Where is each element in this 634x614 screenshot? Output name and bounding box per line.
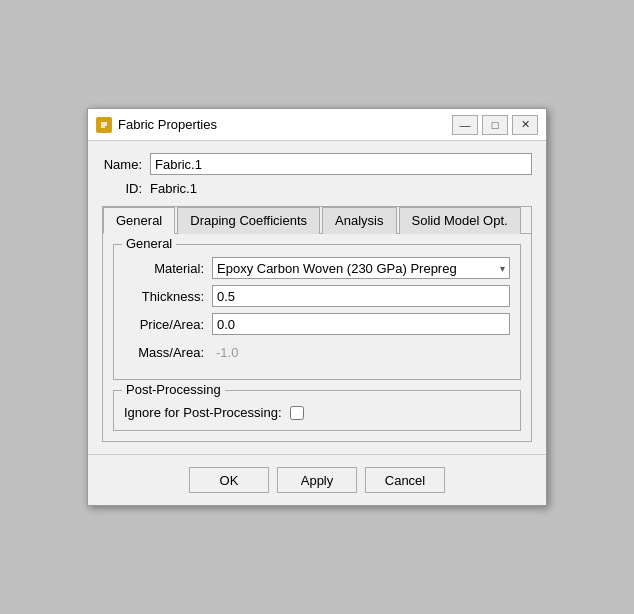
- name-row: Name:: [102, 153, 532, 175]
- tabs-header: General Draping Coefficients Analysis So…: [103, 207, 531, 234]
- window-title: Fabric Properties: [118, 117, 217, 132]
- general-group-title: General: [122, 236, 176, 251]
- tab-draping-coefficients[interactable]: Draping Coefficients: [177, 207, 320, 234]
- button-bar: OK Apply Cancel: [88, 454, 546, 505]
- ignore-post-processing-checkbox[interactable]: [290, 406, 304, 420]
- title-bar: Fabric Properties — □ ✕: [88, 109, 546, 141]
- cancel-button[interactable]: Cancel: [365, 467, 445, 493]
- thickness-row: Thickness:: [124, 285, 510, 307]
- id-value: Fabric.1: [150, 181, 197, 196]
- apply-button[interactable]: Apply: [277, 467, 357, 493]
- tab-solid-model-opt[interactable]: Solid Model Opt.: [399, 207, 521, 234]
- general-group-box: General Material: Epoxy Carbon Woven (23…: [113, 244, 521, 380]
- thickness-label: Thickness:: [124, 289, 204, 304]
- mass-area-row: Mass/Area:: [124, 341, 510, 363]
- material-select[interactable]: Epoxy Carbon Woven (230 GPa) Prepreg Epo…: [213, 259, 509, 278]
- post-processing-title: Post-Processing: [122, 382, 225, 397]
- name-input[interactable]: [150, 153, 532, 175]
- window-icon: [96, 117, 112, 133]
- close-button[interactable]: ✕: [512, 115, 538, 135]
- price-area-label: Price/Area:: [124, 317, 204, 332]
- fabric-properties-dialog: Fabric Properties — □ ✕ Name: ID: Fabric…: [87, 108, 547, 506]
- ignore-post-processing-row: Ignore for Post-Processing:: [124, 405, 510, 420]
- material-row: Material: Epoxy Carbon Woven (230 GPa) P…: [124, 257, 510, 279]
- price-area-input[interactable]: [212, 313, 510, 335]
- tabs-content: General Material: Epoxy Carbon Woven (23…: [103, 234, 531, 441]
- ignore-post-processing-label: Ignore for Post-Processing:: [124, 405, 282, 420]
- title-bar-left: Fabric Properties: [96, 117, 217, 133]
- title-bar-controls: — □ ✕: [452, 115, 538, 135]
- id-row: ID: Fabric.1: [106, 181, 532, 196]
- tab-analysis[interactable]: Analysis: [322, 207, 396, 234]
- minimize-button[interactable]: —: [452, 115, 478, 135]
- mass-area-input: [212, 341, 510, 363]
- id-label: ID:: [106, 181, 142, 196]
- maximize-button[interactable]: □: [482, 115, 508, 135]
- material-label: Material:: [124, 261, 204, 276]
- thickness-input[interactable]: [212, 285, 510, 307]
- tabs-container: General Draping Coefficients Analysis So…: [102, 206, 532, 442]
- general-group-content: Material: Epoxy Carbon Woven (230 GPa) P…: [124, 257, 510, 363]
- price-area-row: Price/Area:: [124, 313, 510, 335]
- mass-area-label: Mass/Area:: [124, 345, 204, 360]
- material-select-wrapper: Epoxy Carbon Woven (230 GPa) Prepreg Epo…: [212, 257, 510, 279]
- tab-general[interactable]: General: [103, 207, 175, 234]
- ok-button[interactable]: OK: [189, 467, 269, 493]
- post-processing-group: Post-Processing Ignore for Post-Processi…: [113, 390, 521, 431]
- window-body: Name: ID: Fabric.1 General Draping Coeff…: [88, 141, 546, 454]
- name-label: Name:: [102, 157, 142, 172]
